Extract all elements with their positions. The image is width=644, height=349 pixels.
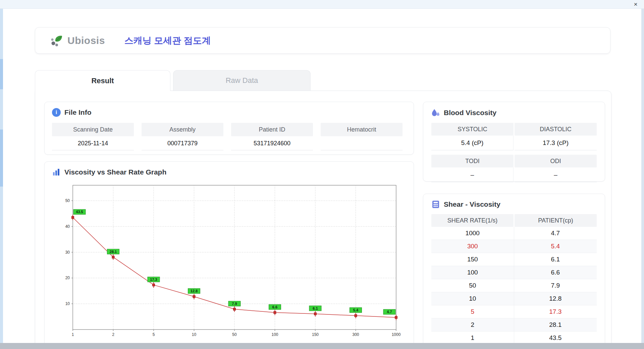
shear-viscosity-title: Shear - Viscosity [431, 200, 597, 209]
table-cell: 10 [431, 292, 514, 305]
app-header: Ubiosis 스캐닝 모세관 점도계 [35, 27, 610, 54]
svg-text:10: 10 [192, 332, 197, 337]
svg-text:50: 50 [232, 332, 237, 337]
table-row: 1506.1 [431, 253, 597, 266]
blood-viscosity-card: Blood Viscosity SYSTOLICDIASTOLIC5.4 (cP… [423, 102, 605, 182]
table-cell: 6.1 [514, 253, 597, 266]
field-label: Assembly [142, 123, 223, 136]
table-cell: 150 [431, 253, 514, 266]
bv-value-cell: – [431, 167, 514, 182]
table-cell: 7.9 [514, 279, 597, 292]
table-cell: 12.8 [514, 292, 597, 305]
table-grid-icon [431, 200, 440, 209]
svg-text:20: 20 [65, 276, 70, 280]
bv-value-cell: 17.3 (cP) [515, 136, 597, 150]
close-icon[interactable]: × [632, 1, 639, 8]
file-info-field: Patient ID53171924600 [231, 123, 313, 150]
table-cell: 28.1 [514, 318, 597, 331]
bv-header-cell: SYSTOLIC [431, 123, 514, 136]
file-info-title: i File Info [52, 108, 406, 117]
file-info-fields: Scanning Date2025-11-14Assembly000717379… [52, 123, 406, 150]
svg-text:50: 50 [65, 198, 70, 203]
background-window-strip-patch [0, 130, 3, 187]
field-label: Scanning Date [52, 123, 134, 136]
field-value: 2025-11-14 [52, 136, 134, 150]
field-label: Hematocrit [321, 123, 402, 136]
table-row: 507.9 [431, 279, 597, 292]
svg-text:2: 2 [112, 332, 114, 337]
page-title: 스캐닝 모세관 점도계 [124, 35, 211, 47]
graph-title-text: Viscosity vs Shear Rate Graph [64, 168, 166, 176]
chart-area: 10203040501251050100150300100043.528.117… [57, 178, 406, 344]
table-row: 1012.8 [431, 292, 597, 305]
tab-result[interactable]: Result [35, 70, 170, 91]
field-value [321, 136, 402, 150]
svg-text:43.5: 43.5 [76, 210, 83, 214]
tab-bar: Result Raw Data [35, 70, 311, 91]
table-cell: 17.3 [514, 305, 597, 318]
blood-drop-icon [431, 108, 440, 117]
background-window-strip [0, 9, 3, 343]
svg-text:150: 150 [312, 332, 319, 337]
bar-chart-icon [52, 168, 61, 177]
svg-text:28.1: 28.1 [110, 250, 117, 254]
bv-header-cell: TODI [431, 155, 514, 167]
svg-text:1000: 1000 [392, 332, 401, 337]
table-cell: 1 [431, 332, 514, 344]
shear-viscosity-title-text: Shear - Viscosity [444, 200, 500, 208]
svg-text:12.8: 12.8 [191, 289, 198, 293]
table-row: 1006.6 [431, 266, 597, 279]
svg-text:4.7: 4.7 [387, 310, 392, 314]
graph-title: Viscosity vs Shear Rate Graph [52, 168, 406, 177]
file-info-card: i File Info Scanning Date2025-11-14Assem… [44, 102, 414, 155]
viscosity-shear-chart: 10203040501251050100150300100043.528.117… [57, 178, 406, 343]
shear-viscosity-table: SHEAR RATE(1/s)PATIENT(cp)10004.73005.41… [431, 214, 597, 345]
bv-value-cell: 5.4 (cP) [431, 136, 514, 150]
field-value: 000717379 [142, 136, 223, 150]
tab-raw-data[interactable]: Raw Data [173, 70, 311, 91]
svg-text:10: 10 [65, 301, 70, 306]
svg-text:100: 100 [271, 332, 278, 337]
table-cell: 6.6 [514, 266, 597, 279]
table-row: 517.3 [431, 305, 597, 318]
file-info-field: Assembly000717379 [142, 123, 223, 150]
table-cell: 300 [431, 240, 514, 253]
bv-header-cell: ODI [515, 155, 597, 167]
table-cell: 100 [431, 266, 514, 279]
file-info-title-text: File Info [64, 108, 92, 116]
field-label: Patient ID [231, 123, 313, 136]
sv-column-header: SHEAR RATE(1/s) [431, 214, 514, 227]
sv-column-header: PATIENT(cp) [515, 214, 597, 227]
table-row: 228.1 [431, 318, 597, 332]
table-cell: 5.4 [514, 240, 597, 253]
app-window: Ubiosis 스캐닝 모세관 점도계 Result Raw Data i Fi… [3, 9, 641, 343]
svg-text:6.1: 6.1 [313, 306, 318, 310]
table-cell: 43.5 [514, 332, 597, 344]
blood-viscosity-table: SYSTOLICDIASTOLIC5.4 (cP)17.3 (cP)TODIOD… [431, 123, 597, 182]
main-panel: i File Info Scanning Date2025-11-14Assem… [35, 91, 611, 349]
table-cell: 4.7 [514, 227, 597, 240]
blood-viscosity-title-text: Blood Viscosity [444, 109, 496, 117]
field-value: 53171924600 [231, 136, 313, 150]
svg-text:6.6: 6.6 [272, 305, 277, 309]
ubiosis-logo: Ubiosis [50, 34, 105, 47]
background-window-strip-patch [0, 59, 3, 89]
file-info-field: Hematocrit [321, 123, 402, 150]
shear-viscosity-card: Shear - Viscosity SHEAR RATE(1/s)PATIENT… [423, 194, 605, 349]
svg-text:5: 5 [153, 332, 155, 337]
bv-value-cell: – [515, 167, 597, 182]
svg-text:17.3: 17.3 [150, 278, 157, 282]
window-titlebar: × [0, 0, 644, 9]
svg-text:7.9: 7.9 [232, 302, 237, 306]
logo-text: Ubiosis [67, 35, 105, 46]
svg-text:1: 1 [72, 332, 74, 337]
table-cell: 1000 [431, 227, 514, 240]
graph-card: Viscosity vs Shear Rate Graph 1020304050… [44, 161, 414, 349]
blood-viscosity-title: Blood Viscosity [431, 108, 597, 117]
table-cell: 5 [431, 305, 514, 318]
table-cell: 2 [431, 318, 514, 331]
ubiosis-logo-icon [50, 34, 65, 47]
svg-text:40: 40 [65, 224, 70, 229]
bv-header-cell: DIASTOLIC [515, 123, 597, 136]
info-icon: i [52, 108, 61, 117]
